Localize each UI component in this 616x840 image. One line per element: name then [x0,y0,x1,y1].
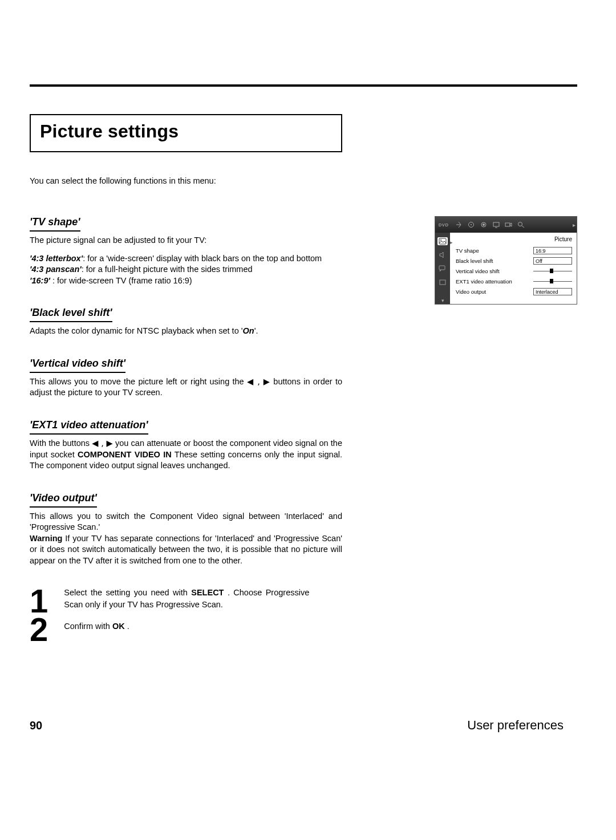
arrow-left-right-icon: ◀ , ▶ [247,377,270,386]
svg-point-1 [471,224,472,225]
svg-line-8 [522,226,524,228]
screen-icon [491,221,501,229]
heading-black-level: 'Black level shift' [30,307,112,322]
svg-rect-9 [439,238,446,244]
heading-video-output: 'Video output' [30,492,97,508]
osd-screenshot: DVD ▸ ▾ ▸ Picture [435,216,577,305]
osd-value-vout: Interlaced [533,288,572,295]
heading-tv-shape: 'TV shape' [30,216,80,232]
black-level-pre: Adapts the color dynamic for NTSC playba… [30,326,243,335]
ok-key: OK [112,622,125,631]
osd-panel-title: Picture [456,236,572,242]
top-rule [30,84,577,87]
osd-label-ext1: EXT1 video attenuation [456,278,512,285]
vout-p2: Warning If your TV has separate connecti… [30,533,342,567]
section-vertical-shift: 'Vertical video shift' This allows you t… [30,358,342,399]
opt-169-desc: : for wide-screen TV (frame ratio 16:9) [50,276,192,285]
osd-label-vshift: Vertical video shift [456,268,500,274]
slider-knob-icon [550,279,553,283]
svg-rect-4 [493,222,499,226]
opt-letterbox-desc: : for a 'wide-screen' display with black… [83,254,322,263]
osd-brand: DVD [439,223,449,227]
osd-row-tvshape: TV shape 16:9 [456,246,572,255]
opt-169: '16:9' : for wide-screen TV (frame ratio… [30,275,342,287]
opt-panscan-name: '4:3 panscan' [30,265,82,274]
s2b: . [125,622,129,631]
title-box: Picture settings [30,114,342,152]
s2a: Confirm with [64,622,112,631]
opt-letterbox-name: '4:3 letterbox' [30,254,83,263]
svg-rect-12 [440,280,445,285]
page-footer: 90 User preferences [30,718,564,733]
vshift-pre: This allows you to move the picture left… [30,377,247,386]
arrow-left-right-icon: ◀ , ▶ [92,439,113,448]
osd-slider-ext1 [533,278,572,284]
step-1-text: Select the setting you need with SELECT … [64,587,309,610]
opt-169-name: '16:9' [30,276,50,285]
vertical-shift-text: This allows you to move the picture left… [30,376,342,399]
section-black-level: 'Black level shift' Adapts the color dyn… [30,307,342,337]
section-video-output: 'Video output' This allows you to switch… [30,492,342,567]
page-number: 90 [30,719,42,732]
opt-letterbox: '4:3 letterbox': for a 'wide-screen' dis… [30,253,342,265]
ext1-bold: COMPONENT VIDEO IN [78,450,172,459]
section-ext1: 'EXT1 video attenuation' With the button… [30,419,342,472]
tab-scroll-right-icon: ▸ [573,222,576,228]
osd-label-vout: Video output [456,289,486,295]
svg-rect-6 [505,223,510,226]
vout-p1: This allows you to switch the Component … [30,511,342,533]
osd-label-tvshape: TV shape [456,247,479,254]
osd-side-tabs: ▾ [435,233,450,304]
zoom-icon [516,221,526,229]
tv-shape-intro: The picture signal can be adjusted to fi… [30,235,342,246]
warning-label: Warning [30,534,62,543]
camera-icon [504,221,514,229]
osd-value-tvshape: 16:9 [533,247,572,254]
osd-row-vout: Video output Interlaced [456,287,572,296]
install-icon [453,221,464,229]
steps-block: 1 2 Select the setting you need with SEL… [30,587,342,643]
osd-label-black: Black level shift [456,258,493,264]
side-scroll-down-icon: ▾ [441,298,444,303]
step-numbers: 1 2 [30,587,48,643]
ext1-a: With the buttons [30,439,92,448]
osd-value-black: Off [533,257,572,265]
step-number-2: 2 [30,615,48,643]
intro-text: You can select the following functions i… [30,176,577,185]
s1a: Select the setting you need with [64,588,191,597]
features-tab-icon [437,278,448,286]
opt-panscan-desc: : for a full-height picture with the sid… [82,265,253,274]
svg-point-3 [483,224,485,226]
osd-row-black: Black level shift Off [456,256,572,265]
ext1-text: With the buttons ◀ , ▶ you can attenuate… [30,438,342,472]
black-level-post: '. [254,326,258,335]
svg-rect-11 [439,266,445,270]
osd-row-vshift: Vertical video shift [456,266,572,275]
opt-panscan: '4:3 panscan': for a full-height picture… [30,264,342,275]
svg-point-10 [440,240,441,241]
select-key: SELECT [191,588,224,597]
footer-title: User preferences [467,718,564,733]
osd-slider-vshift [533,268,572,274]
section-tv-shape: 'TV shape' The picture signal can be adj… [30,216,342,286]
black-level-text: Adapts the color dynamic for NTSC playba… [30,326,342,337]
page-title: Picture settings [40,121,332,142]
black-level-on: On [243,326,254,335]
osd-panel: Picture TV shape 16:9 Black level shift … [450,233,577,304]
step-2-text: Confirm with OK . [64,620,309,632]
osd-row-ext1: EXT1 video attenuation [456,277,572,286]
heading-vertical-shift: 'Vertical video shift' [30,358,125,373]
disc-icon [466,221,476,229]
osd-tab-bar: DVD ▸ [435,217,577,233]
sound-tab-icon [437,251,448,259]
record-icon [479,221,489,229]
heading-ext1: 'EXT1 video attenuation' [30,419,148,435]
slider-knob-icon [550,269,553,273]
svg-point-7 [518,222,522,226]
language-tab-icon [437,265,448,273]
picture-tab-icon [437,237,448,245]
vout-warn-text: If your TV has separate connections for … [30,534,342,565]
